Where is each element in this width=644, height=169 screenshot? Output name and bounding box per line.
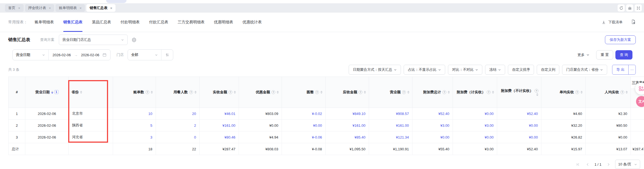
cell-rounding[interactable]: ¥0.00 [282,120,326,131]
window-tab-bill-detail[interactable]: 账单明细表 × [56,4,85,12]
next-page-icon[interactable] [605,161,611,167]
clear-cache-icon[interactable] [626,4,633,12]
cell-revenue[interactable]: ¥121.34 [369,131,412,143]
sort-icon[interactable] [277,91,279,94]
col-header-revenue[interactable]: 营业额? [369,77,412,108]
sort-icon[interactable] [234,91,236,94]
cell-diner-count[interactable]: 2 [156,120,200,131]
cell-surcharge-counted[interactable]: ¥3.00 [453,120,497,131]
save-as-new-plan-button[interactable]: 保存为新方案 [605,35,636,44]
cell-surcharge-total[interactable]: ¥0.00 [412,131,453,143]
sort-icon[interactable] [51,91,53,94]
sort-icon[interactable] [194,91,197,94]
cell-revenue[interactable]: ¥908.57 [369,108,412,120]
nav-item-discount-detail[interactable]: 优惠明细表 [214,13,233,32]
compare-dropdown[interactable]: 对比：不对比 [448,65,482,75]
export-button[interactable]: 导 出 [612,65,628,74]
cell-actual-amount[interactable]: ¥46.01 [200,108,239,120]
help-icon[interactable]: ? [229,90,232,94]
help-icon[interactable]: ? [402,90,406,94]
filter-field-select[interactable]: 营业日期 [13,50,48,60]
window-tab-sales-summary[interactable]: 销售汇总表 × [86,4,116,12]
sort-icon[interactable] [364,91,366,94]
close-icon[interactable]: × [18,6,20,10]
scheme-select[interactable]: 营业日期门店汇总 [59,35,128,45]
nav-item-thirdparty-detail[interactable]: 三方交易明细表 [178,13,205,32]
date-aggregation-dropdown[interactable]: 日期聚合方式：按天汇总 [349,65,401,75]
sort-icon[interactable] [536,93,538,96]
cell-bill-count[interactable]: 10 [113,108,156,120]
cell-surcharge-uncounted[interactable]: ¥0.00 [497,131,541,143]
help-icon[interactable]: ? [315,90,319,94]
col-header-rounding[interactable]: 圆整? [282,77,326,108]
help-icon[interactable]: ? [535,89,538,93]
cell-receivable-amount[interactable]: ¥85.40 [326,131,369,143]
cell-diner-count[interactable]: 0 [156,131,200,143]
sort-icon[interactable] [492,91,494,94]
nav-item-discount-stats[interactable]: 优惠统计表 [243,13,262,32]
nav-item-sales-summary[interactable]: 销售汇总表 [63,13,82,32]
nav-item-bill-detail[interactable]: 账单明细表 [35,13,54,32]
custom-sort-button[interactable]: 自定义排序 [508,65,534,75]
col-header-receivable-amount[interactable]: 应收金额? [326,77,369,108]
help-icon[interactable]: ? [442,90,446,94]
nav-item-payment-detail[interactable]: 付款明细表 [120,13,140,32]
store-select[interactable]: 全部 [128,50,161,60]
gear-icon[interactable] [131,37,137,43]
col-header-avg-per-bill[interactable]: 单均实收? [541,77,586,108]
window-tab-deposit-stats[interactable]: 押金统计表 × [25,4,54,12]
export-more-button[interactable]: ··· [628,65,635,74]
window-tab-home[interactable]: 首页 × [5,4,24,12]
report-doc-icon[interactable] [631,19,636,25]
sort-icon[interactable] [580,91,583,94]
cell-receivable-amount[interactable]: ¥161.00 [326,120,369,131]
sort-icon[interactable] [151,91,153,94]
nav-item-payment-summary[interactable]: 付款汇总表 [149,13,168,32]
ratio-dropdown[interactable]: 占比：不显示占比 [404,65,445,75]
cell-actual-amount[interactable]: ¥161.00 [200,120,239,131]
store-advanced-filter-icon[interactable] [161,50,173,60]
cell-surcharge-counted[interactable]: ¥0.00 [453,131,497,143]
help-icon[interactable]: ? [620,90,624,94]
sort-icon[interactable] [320,91,323,94]
cell-surcharge-counted[interactable]: ¥0.00 [453,108,497,120]
help-icon[interactable]: ? [271,90,275,94]
cell-surcharge-total[interactable]: ¥3.00 [412,120,453,131]
cell-revenue[interactable]: ¥161.00 [369,120,412,131]
store-aggregation-dropdown[interactable]: 门店聚合方式：省份 [562,65,607,75]
col-header-actual-amount[interactable]: 实收金额? [200,77,239,108]
sort-icon[interactable] [407,91,409,94]
help-icon[interactable]: ? [575,90,579,94]
cell-surcharge-total[interactable]: ¥52.40 [412,108,453,120]
col-header-business-date[interactable]: 营业日期 1 [25,77,69,108]
custom-columns-button[interactable]: 自定义列 [537,65,559,75]
col-header-province[interactable]: 省份 [69,77,113,108]
sort-icon[interactable] [626,91,628,94]
first-page-icon[interactable] [575,161,581,167]
col-header-diner-count[interactable]: 用餐人数? [156,77,200,108]
help-icon[interactable]: ? [145,90,149,94]
col-header-surcharge-uncounted[interactable]: 附加费（不计实收）? [497,77,541,108]
col-header-surcharge-counted[interactable]: 附加费（计实收）? [453,77,497,108]
close-icon[interactable]: × [79,6,82,10]
help-icon[interactable]: ? [189,90,193,94]
close-icon[interactable]: × [110,6,112,10]
help-icon[interactable]: ? [359,90,362,94]
date-range-picker[interactable]: 2026-02-06 → 2026-02-06 [49,50,110,60]
reset-button[interactable]: 重 置 [596,50,613,60]
more-filters-toggle[interactable]: 更多 [577,52,590,57]
sort-icon[interactable] [80,91,82,94]
cell-bill-count[interactable]: 3 [113,131,156,143]
fullscreen-icon[interactable] [635,4,642,12]
cell-actual-amount[interactable]: ¥80.46 [200,131,239,143]
page-size-select[interactable]: 10 条/页 [615,160,640,169]
col-header-avg-per-person[interactable]: 人均实收? [586,77,631,108]
cell-diner-count[interactable]: 20 [156,108,200,120]
close-icon[interactable]: × [49,6,51,10]
cell-surcharge-uncounted[interactable]: ¥52.40 [497,108,541,120]
cell-surcharge-uncounted[interactable]: ¥0.00 [497,120,541,131]
download-list-link[interactable]: 下载清单 [608,20,623,25]
cell-bill-count[interactable]: 5 [113,120,156,131]
col-header-surcharge-total[interactable]: 附加费总计? [412,77,453,108]
cell-rounding[interactable]: ¥-0.06 [282,131,326,143]
